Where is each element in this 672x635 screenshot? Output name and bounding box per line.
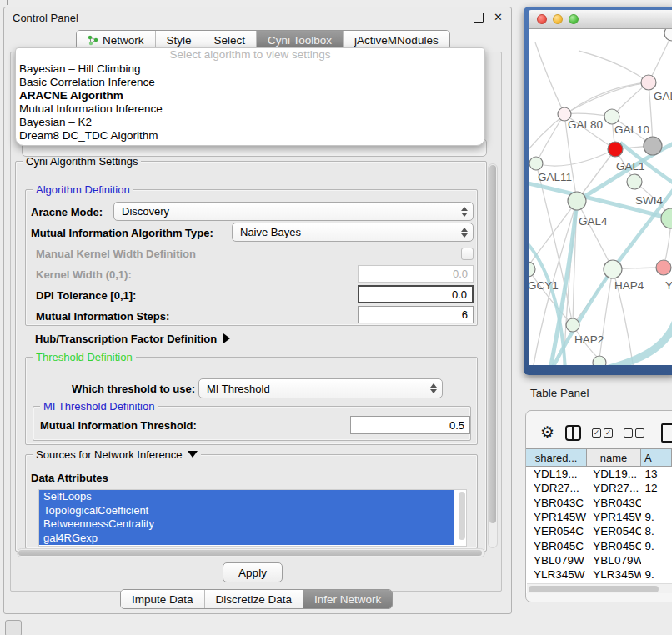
aracne-mode-combo[interactable]: Discovery [113, 202, 474, 221]
network-edge[interactable] [536, 114, 564, 163]
network-node-label: GAL [654, 90, 672, 102]
minimize-window-icon[interactable] [553, 14, 563, 24]
apply-button[interactable]: Apply [223, 562, 283, 582]
mi-steps-field[interactable]: 6 [358, 306, 474, 323]
algorithm-option[interactable]: Dream8 DC_TDC Algorithm [16, 129, 484, 142]
table-row[interactable]: YDR27...YDR27...12 [526, 481, 672, 495]
attribute-item[interactable]: gal4RGexp [39, 532, 454, 546]
attribute-item[interactable]: SelfLoops [39, 490, 454, 504]
tab-impute-data[interactable]: Impute Data [121, 590, 204, 608]
network-node[interactable] [529, 262, 535, 277]
algorithm-option[interactable]: Mutual Information Inference [16, 102, 484, 116]
table-horizontal-scrollbar[interactable] [527, 583, 672, 593]
select-all-columns-icon[interactable]: ✓✓ [592, 428, 613, 438]
table-row[interactable]: YDL19...YDL19...13 [526, 467, 672, 481]
tab-network[interactable]: Network [77, 31, 155, 49]
tab-select[interactable]: Select [203, 31, 257, 49]
tab-cyni-toolbox[interactable]: Cyni Toolbox [256, 31, 343, 49]
network-node[interactable] [608, 142, 623, 157]
algorithm-option[interactable]: Bayesian – K2 [16, 116, 484, 129]
network-node-label: GCY1 [529, 279, 559, 292]
close-window-icon[interactable] [537, 14, 547, 24]
network-edge[interactable] [564, 82, 649, 114]
attribute-item[interactable]: TopologicalCoefficient [39, 504, 454, 518]
float-panel-icon[interactable] [474, 12, 484, 22]
network-node[interactable] [661, 208, 672, 228]
tab-infer-network-label: Infer Network [314, 593, 381, 606]
document-icon[interactable] [661, 423, 672, 442]
network-view-window[interactable]: GALGAL80GAL10GAL1GAL11SWI4GAL4GCY1HAP4YH… [524, 7, 672, 375]
tab-infer-network[interactable]: Infer Network [303, 590, 392, 608]
table-cell: YDL19... [526, 467, 587, 481]
network-node[interactable] [627, 174, 642, 189]
table-cell: YER054C [526, 524, 587, 538]
network-node[interactable] [568, 192, 586, 210]
table-cell: 9. [641, 538, 672, 552]
sources-group-title[interactable]: Sources for Network Inference [33, 448, 201, 461]
network-node[interactable] [641, 75, 656, 90]
column-header[interactable]: shared... [526, 449, 587, 466]
table-cell: 12 [641, 481, 672, 495]
network-node-label: SWI4 [635, 194, 663, 207]
attribute-list-scrollbar[interactable] [459, 492, 465, 540]
gear-icon[interactable]: ⚙ [540, 422, 554, 443]
table-cell: YBR043C [526, 496, 587, 510]
network-edge[interactable] [600, 322, 672, 365]
network-node[interactable] [593, 356, 606, 365]
close-panel-icon[interactable]: ✕ [494, 13, 503, 22]
network-edge[interactable] [579, 51, 649, 82]
network-canvas-container[interactable]: GALGAL80GAL10GAL1GAL11SWI4GAL4GCY1HAP4YH… [529, 29, 672, 365]
sources-title-label: Sources for Network Inference [36, 448, 183, 461]
manual-kernel-checkbox[interactable] [461, 248, 474, 260]
network-node[interactable] [529, 157, 543, 170]
network-window-titlebar[interactable] [529, 10, 672, 29]
table-cell: YBL079W [587, 553, 641, 568]
table-cell: YBR043C [587, 496, 641, 510]
settings-vertical-scrollbar[interactable] [488, 163, 498, 548]
table-panel-toolbar: ⚙ ✓✓ [540, 421, 672, 444]
network-edge[interactable] [536, 149, 615, 166]
scrollbar-thumb[interactable] [529, 586, 659, 592]
mi-threshold-label: Mutual Information Threshold: [40, 419, 197, 432]
tab-style[interactable]: Style [155, 31, 203, 49]
scrollbar-thumb[interactable] [18, 550, 482, 556]
algorithm-option[interactable]: Bayesian – Hill Climbing [16, 62, 484, 76]
network-edge[interactable] [535, 42, 564, 114]
tab-select-label: Select [214, 34, 246, 47]
settings-horizontal-scrollbar[interactable] [17, 548, 485, 558]
table-row[interactable]: YBR043CYBR043C [526, 496, 672, 510]
tab-jactivemnodules[interactable]: jActiveMNodules [343, 31, 449, 49]
network-node[interactable] [566, 318, 579, 332]
column-header[interactable]: A [641, 449, 672, 466]
algorithm-option[interactable]: Basic Correlation Inference [16, 76, 484, 89]
deselect-all-columns-icon[interactable] [624, 428, 644, 438]
hub-definition-toggle[interactable]: Hub/Transcription Factor Definition [35, 332, 230, 345]
mi-type-combo[interactable]: Naive Bayes [232, 222, 474, 242]
network-node[interactable] [644, 137, 662, 155]
mi-threshold-field[interactable]: 0.5 [350, 416, 470, 434]
network-edge[interactable] [529, 82, 649, 149]
table-row[interactable]: YLR345WYLR345W9. [526, 568, 672, 582]
network-node-label: HAP4 [614, 279, 644, 292]
network-edge[interactable] [577, 201, 613, 269]
table-row[interactable]: YPR145WYPR145W9. [526, 510, 672, 524]
tab-discretize-data[interactable]: Discretize Data [204, 590, 303, 608]
scrollbar-thumb[interactable] [489, 165, 496, 523]
columns-icon[interactable] [565, 425, 581, 441]
network-node[interactable] [604, 260, 622, 278]
column-header[interactable]: name [587, 449, 641, 466]
which-threshold-combo[interactable]: MI Threshold [198, 378, 443, 398]
table-row[interactable]: YBR045CYBR045C9. [526, 538, 672, 552]
zoom-window-icon[interactable] [569, 14, 579, 24]
table-row[interactable]: YER054CYER054C8. [526, 524, 672, 538]
network-edge[interactable] [649, 34, 672, 82]
algorithm-option-selected[interactable]: ARACNE Algorithm [16, 89, 484, 102]
bottom-left-button[interactable] [5, 620, 22, 635]
network-canvas[interactable]: GALGAL80GAL10GAL1GAL11SWI4GAL4GCY1HAP4YH… [529, 29, 672, 365]
network-node[interactable] [656, 260, 671, 275]
dpi-tolerance-field[interactable]: 0.0 [358, 285, 474, 303]
network-node[interactable] [604, 109, 619, 124]
network-node[interactable] [664, 29, 672, 41]
attribute-item[interactable]: BetweennessCentrality [39, 518, 454, 532]
table-row[interactable]: YBL079WYBL079W [526, 553, 672, 568]
